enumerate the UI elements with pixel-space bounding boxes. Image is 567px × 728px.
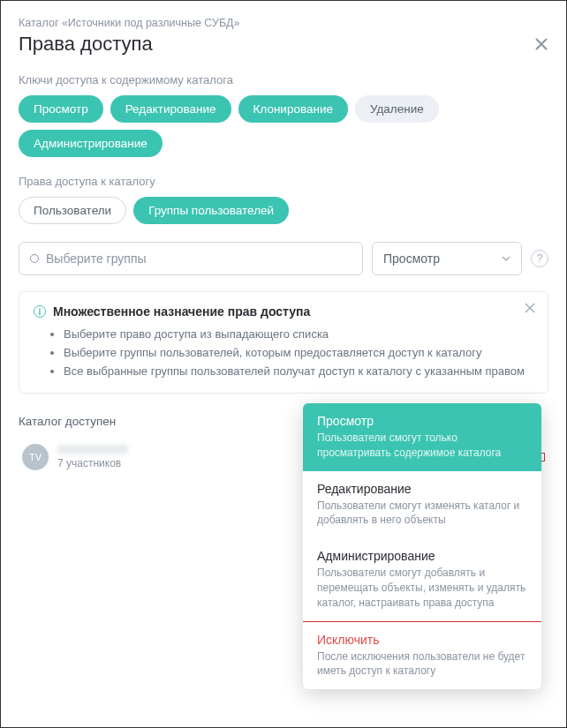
info-bullet: Выберите право доступа из выпадающего сп… <box>64 326 533 344</box>
key-delete[interactable]: Удаление <box>355 95 439 123</box>
access-keys-label: Ключи доступа к содержимому каталога <box>19 73 548 86</box>
dropdown-item-desc: Пользователи смогут только просматривать… <box>317 431 527 461</box>
info-bullet: Выберите группы пользователей, которым п… <box>64 344 533 363</box>
key-admin[interactable]: Администрирование <box>19 130 163 157</box>
key-edit[interactable]: Редактирование <box>110 95 231 123</box>
tab-users[interactable]: Пользователи <box>19 197 126 224</box>
dropdown-item-title: Исключить <box>317 633 527 647</box>
breadcrumb: Каталог «Источники под различные СУБД» <box>19 17 548 29</box>
group-name-redacted <box>57 445 128 454</box>
dropdown-item-view[interactable]: Просмотр Пользователи смогут только прос… <box>303 403 541 471</box>
dropdown-item-desc: После исключения пользователи не будет и… <box>317 649 527 679</box>
group-select-placeholder: Выберите группы <box>46 251 147 266</box>
dropdown-item-title: Администрирование <box>317 549 527 563</box>
permission-select-value: Просмотр <box>383 251 440 266</box>
dropdown-item-title: Просмотр <box>317 414 527 428</box>
dropdown-item-desc: Пользователи смогут изменять каталог и д… <box>317 499 527 529</box>
page-title: Права доступа <box>19 33 153 56</box>
info-box: i Множественное назначение прав доступа … <box>19 291 548 394</box>
close-icon[interactable] <box>534 37 548 51</box>
chevron-down-icon <box>502 256 510 261</box>
info-bullet: Все выбранные группы пользователей получ… <box>64 363 533 381</box>
access-keys-row: Просмотр Редактирование Клонирование Уда… <box>19 95 548 157</box>
circle-icon <box>30 254 39 263</box>
help-icon[interactable]: ? <box>531 250 548 267</box>
info-close-icon[interactable] <box>525 303 535 313</box>
key-view[interactable]: Просмотр <box>19 95 103 123</box>
dropdown-item-desc: Пользователи смогут добавлять и перемеща… <box>317 566 527 610</box>
group-members-count: 7 участников <box>57 457 128 469</box>
group-select[interactable]: Выберите группы <box>19 242 363 275</box>
dropdown-item-exclude[interactable]: Исключить После исключения пользователи … <box>303 621 541 690</box>
key-clone[interactable]: Клонирование <box>238 95 348 123</box>
permission-dropdown: Просмотр Пользователи смогут только прос… <box>303 403 541 689</box>
rights-tabs: Пользователи Группы пользователей <box>19 197 548 224</box>
dropdown-item-title: Редактирование <box>317 482 527 496</box>
dropdown-item-edit[interactable]: Редактирование Пользователи смогут измен… <box>303 471 541 539</box>
tab-groups[interactable]: Группы пользователей <box>133 197 289 224</box>
info-title: Множественное назначение прав доступа <box>53 304 310 319</box>
avatar: TV <box>22 444 49 470</box>
info-icon: i <box>34 305 46 318</box>
catalog-rights-label: Права доступа к каталогу <box>19 175 548 188</box>
permission-select[interactable]: Просмотр <box>372 242 522 275</box>
dropdown-item-admin[interactable]: Администрирование Пользователи смогут до… <box>303 538 541 620</box>
